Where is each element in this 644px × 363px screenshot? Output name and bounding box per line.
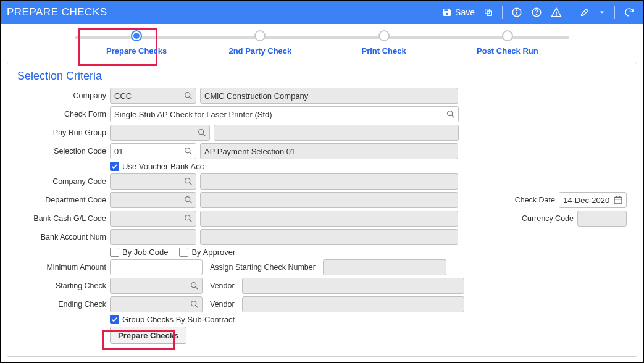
svg-line-26 [190,220,192,222]
help-icon [531,7,542,18]
department-code-input[interactable] [110,192,196,208]
step-node [131,30,142,41]
minimum-amount-label: Minimum Amount [17,263,110,272]
step-node [254,30,266,41]
department-desc [200,192,458,208]
bank-account-num-label: Bank Account Num [17,233,110,241]
search-icon[interactable] [183,214,193,223]
use-voucher-bank-label: Use Voucher Bank Acc [122,162,204,171]
ending-vendor-label: Vendor [206,300,238,309]
chevron-down-icon [598,9,606,16]
refresh-icon [624,7,635,18]
info-button[interactable] [509,5,525,20]
svg-point-13 [199,130,204,135]
step-label: Post Check Run [477,46,538,56]
save-icon [442,7,452,17]
search-icon[interactable] [197,128,207,138]
prepare-checks-button[interactable]: Prepare Checks [110,327,186,344]
save-button-label: Save [455,7,475,17]
search-icon[interactable] [446,109,456,119]
check-date-value: 14-Dec-2020 [563,196,610,205]
by-approver-label: By Approver [191,248,235,257]
svg-point-19 [185,197,190,202]
company-code-desc [200,173,458,190]
svg-point-6 [536,14,537,15]
help-button[interactable] [529,5,545,20]
company-input-value: CCC [114,91,180,101]
starting-check-input[interactable] [110,278,203,294]
selection-code-input[interactable]: 01 [110,143,196,159]
group-by-subcontract-checkbox[interactable]: Group Checks By Sub-Contract [110,315,235,324]
edit-button[interactable] [577,6,592,19]
company-code-label: Company Code [17,177,110,186]
starting-vendor-label: Vendor [206,282,238,290]
check-form-label: Check Form [17,110,110,119]
pay-run-group-label: Pay Run Group [17,128,110,137]
currency-code-label: Currency Code [514,214,577,223]
company-name-display: CMiC Construction Company [200,88,458,104]
company-code-input[interactable] [110,173,196,190]
save-button[interactable]: Save [440,6,477,19]
svg-point-29 [191,301,196,306]
minimum-amount-input[interactable] [110,259,203,275]
assign-starting-check-input[interactable] [323,259,446,275]
calendar-icon[interactable] [613,195,623,205]
bank-cash-gl-desc [200,211,458,227]
step-print-check[interactable]: Print Check [322,30,446,56]
selection-criteria-panel: Selection Criteria Company CCC CMiC Cons… [7,62,637,357]
selection-desc-value: AP Payment Selection 01 [204,147,454,156]
search-icon[interactable] [190,281,199,291]
step-label: Prepare Checks [106,46,167,56]
svg-line-12 [452,115,454,118]
check-form-value: Single Stub AP Check for Laser Printer (… [114,110,442,119]
bank-cash-gl-label: Bank Cash G/L Code [17,214,110,223]
search-icon[interactable] [183,195,193,205]
copy-button[interactable] [481,6,496,19]
step-2nd-party-check[interactable]: 2nd Party Check [198,30,322,56]
starting-vendor-display [242,278,464,294]
ending-vendor-display [242,296,464,312]
svg-point-11 [448,111,453,116]
prepare-checks-button-label: Prepare Checks [118,331,178,340]
svg-line-30 [196,306,198,308]
svg-line-16 [190,152,192,155]
company-label: Company [17,91,110,100]
step-post-check-run[interactable]: Post Check Run [446,30,569,56]
group-by-subcontract-label: Group Checks By Sub-Contract [122,315,235,324]
page-title: PREPARE CHECKS [7,6,440,19]
check-date-label: Check Date [508,196,559,204]
alert-button[interactable] [548,5,564,20]
use-voucher-bank-checkbox[interactable]: Use Voucher Bank Acc [110,162,204,171]
by-job-code-checkbox[interactable]: By Job Code [110,248,168,257]
search-icon[interactable] [183,177,193,186]
header-bar: PREPARE CHECKS Save [1,1,643,24]
check-form-input[interactable]: Single Stub AP Check for Laser Printer (… [110,106,459,122]
edit-icon [580,7,590,17]
bank-cash-gl-input[interactable] [110,211,196,227]
alert-icon [551,7,562,18]
search-icon[interactable] [183,146,193,156]
refresh-button[interactable] [621,5,637,20]
svg-point-15 [185,148,190,153]
check-date-input[interactable]: 14-Dec-2020 [559,192,627,208]
svg-point-27 [191,283,196,288]
step-node [502,30,513,41]
step-prepare-checks[interactable]: Prepare Checks [75,30,198,56]
by-approver-checkbox[interactable]: By Approver [179,248,235,257]
svg-point-25 [185,215,190,220]
pay-run-group-input[interactable] [110,125,210,141]
starting-check-label: Starting Check [17,282,110,290]
step-node [378,30,390,41]
svg-line-18 [190,183,192,185]
search-icon[interactable] [190,299,199,309]
stepper: Prepare Checks 2nd Party Check Print Che… [1,24,643,56]
step-label: 2nd Party Check [228,46,291,56]
ending-check-input[interactable] [110,296,203,312]
dropdown-button[interactable] [596,7,608,18]
bank-account-num-input[interactable] [110,229,196,245]
search-icon[interactable] [183,91,193,101]
company-input[interactable]: CCC [110,88,196,104]
selection-desc: AP Payment Selection 01 [200,143,458,159]
assign-starting-check-label: Assign Starting Check Number [206,263,319,272]
by-job-code-label: By Job Code [122,248,168,257]
